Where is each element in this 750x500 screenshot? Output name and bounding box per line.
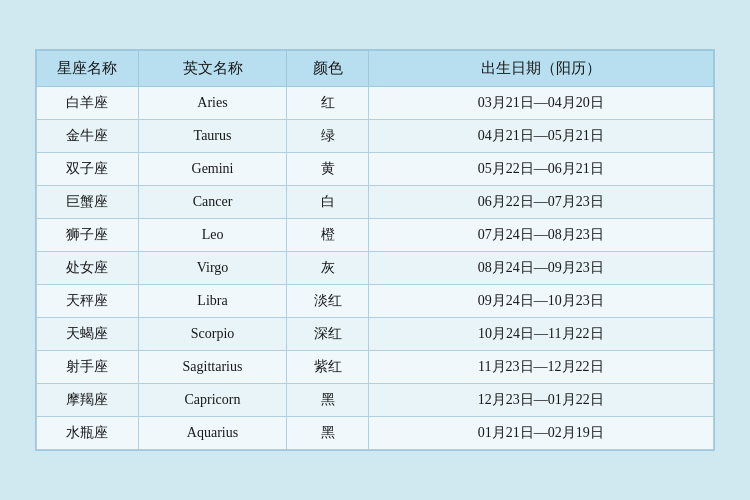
cell-color: 白 bbox=[287, 186, 368, 219]
cell-english-name: Sagittarius bbox=[138, 351, 287, 384]
cell-chinese-name: 狮子座 bbox=[37, 219, 139, 252]
header-chinese-name: 星座名称 bbox=[37, 51, 139, 87]
cell-date: 03月21日—04月20日 bbox=[368, 87, 713, 120]
cell-chinese-name: 白羊座 bbox=[37, 87, 139, 120]
cell-date: 04月21日—05月21日 bbox=[368, 120, 713, 153]
zodiac-table: 星座名称 英文名称 颜色 出生日期（阳历） 白羊座Aries红03月21日—04… bbox=[36, 50, 714, 450]
table-row: 处女座Virgo灰08月24日—09月23日 bbox=[37, 252, 714, 285]
cell-date: 12月23日—01月22日 bbox=[368, 384, 713, 417]
cell-color: 黑 bbox=[287, 384, 368, 417]
cell-color: 紫红 bbox=[287, 351, 368, 384]
table-row: 金牛座Taurus绿04月21日—05月21日 bbox=[37, 120, 714, 153]
header-english-name: 英文名称 bbox=[138, 51, 287, 87]
cell-chinese-name: 天秤座 bbox=[37, 285, 139, 318]
cell-chinese-name: 天蝎座 bbox=[37, 318, 139, 351]
cell-color: 黄 bbox=[287, 153, 368, 186]
table-row: 水瓶座Aquarius黑01月21日—02月19日 bbox=[37, 417, 714, 450]
cell-english-name: Taurus bbox=[138, 120, 287, 153]
table-row: 射手座Sagittarius紫红11月23日—12月22日 bbox=[37, 351, 714, 384]
table-row: 白羊座Aries红03月21日—04月20日 bbox=[37, 87, 714, 120]
cell-english-name: Aquarius bbox=[138, 417, 287, 450]
cell-color: 深红 bbox=[287, 318, 368, 351]
cell-chinese-name: 摩羯座 bbox=[37, 384, 139, 417]
table-row: 摩羯座Capricorn黑12月23日—01月22日 bbox=[37, 384, 714, 417]
cell-date: 11月23日—12月22日 bbox=[368, 351, 713, 384]
cell-chinese-name: 射手座 bbox=[37, 351, 139, 384]
cell-english-name: Aries bbox=[138, 87, 287, 120]
cell-english-name: Capricorn bbox=[138, 384, 287, 417]
cell-chinese-name: 双子座 bbox=[37, 153, 139, 186]
cell-chinese-name: 金牛座 bbox=[37, 120, 139, 153]
cell-date: 07月24日—08月23日 bbox=[368, 219, 713, 252]
table-row: 天秤座Libra淡红09月24日—10月23日 bbox=[37, 285, 714, 318]
table-row: 双子座Gemini黄05月22日—06月21日 bbox=[37, 153, 714, 186]
cell-date: 09月24日—10月23日 bbox=[368, 285, 713, 318]
table-row: 狮子座Leo橙07月24日—08月23日 bbox=[37, 219, 714, 252]
cell-english-name: Virgo bbox=[138, 252, 287, 285]
cell-color: 绿 bbox=[287, 120, 368, 153]
table-body: 白羊座Aries红03月21日—04月20日金牛座Taurus绿04月21日—0… bbox=[37, 87, 714, 450]
cell-chinese-name: 处女座 bbox=[37, 252, 139, 285]
cell-date: 08月24日—09月23日 bbox=[368, 252, 713, 285]
cell-color: 黑 bbox=[287, 417, 368, 450]
cell-chinese-name: 巨蟹座 bbox=[37, 186, 139, 219]
header-date: 出生日期（阳历） bbox=[368, 51, 713, 87]
table-header-row: 星座名称 英文名称 颜色 出生日期（阳历） bbox=[37, 51, 714, 87]
cell-color: 淡红 bbox=[287, 285, 368, 318]
cell-date: 06月22日—07月23日 bbox=[368, 186, 713, 219]
cell-color: 红 bbox=[287, 87, 368, 120]
header-color: 颜色 bbox=[287, 51, 368, 87]
cell-english-name: Scorpio bbox=[138, 318, 287, 351]
cell-color: 灰 bbox=[287, 252, 368, 285]
zodiac-table-container: 星座名称 英文名称 颜色 出生日期（阳历） 白羊座Aries红03月21日—04… bbox=[35, 49, 715, 451]
cell-english-name: Leo bbox=[138, 219, 287, 252]
cell-date: 05月22日—06月21日 bbox=[368, 153, 713, 186]
cell-english-name: Libra bbox=[138, 285, 287, 318]
cell-date: 01月21日—02月19日 bbox=[368, 417, 713, 450]
table-row: 巨蟹座Cancer白06月22日—07月23日 bbox=[37, 186, 714, 219]
cell-english-name: Gemini bbox=[138, 153, 287, 186]
cell-date: 10月24日—11月22日 bbox=[368, 318, 713, 351]
cell-chinese-name: 水瓶座 bbox=[37, 417, 139, 450]
cell-color: 橙 bbox=[287, 219, 368, 252]
cell-english-name: Cancer bbox=[138, 186, 287, 219]
table-row: 天蝎座Scorpio深红10月24日—11月22日 bbox=[37, 318, 714, 351]
